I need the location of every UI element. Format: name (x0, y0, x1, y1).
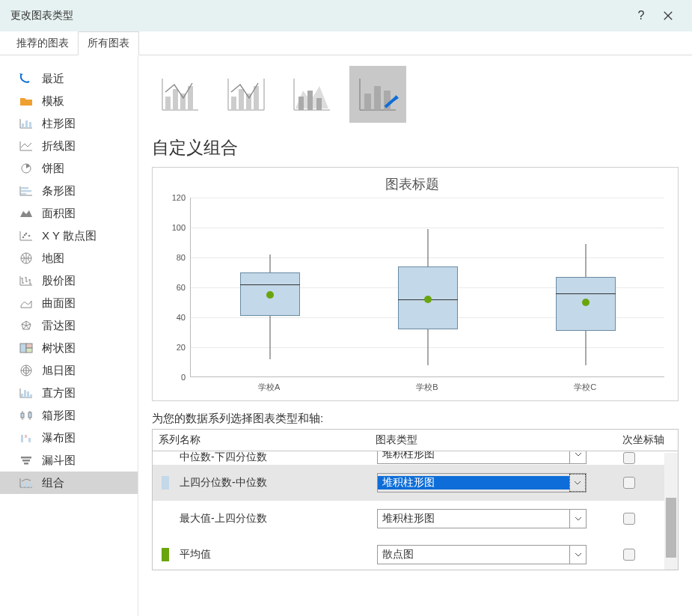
svg-rect-25 (28, 438, 31, 442)
chart-type-select[interactable]: 散点图 (377, 545, 587, 564)
combo-subtype-1[interactable] (152, 66, 209, 123)
box-whisker-item (240, 198, 300, 377)
combo-chart-icon (18, 475, 34, 490)
y-axis: 020406080100120 (160, 198, 190, 377)
svg-rect-24 (25, 435, 27, 438)
svg-rect-12 (20, 344, 26, 353)
sidebar-item-waterfall[interactable]: 瀑布图 (0, 427, 138, 449)
svg-rect-42 (316, 98, 322, 110)
table-row[interactable]: 最大值-上四分位数 堆积柱形图 (153, 501, 678, 537)
svg-rect-30 (25, 481, 28, 487)
svg-rect-19 (27, 391, 29, 397)
svg-rect-13 (26, 344, 32, 348)
svg-rect-31 (29, 484, 31, 487)
sidebar-item-scatter[interactable]: X Y 散点图 (0, 225, 138, 247)
sidebar-item-label: 最近 (42, 72, 64, 86)
chevron-down-icon (569, 451, 586, 463)
scrollbar-thumb[interactable] (666, 498, 676, 558)
combo-subtype-2[interactable] (218, 66, 275, 123)
secondary-axis-checkbox[interactable] (623, 452, 635, 464)
combo-thumb-icon (225, 76, 267, 113)
combo-subtype-3[interactable] (284, 66, 340, 123)
sidebar-item-pie[interactable]: 饼图 (0, 157, 138, 180)
series-name: 上四分位数-中位数 (180, 476, 377, 490)
svg-rect-33 (173, 89, 178, 110)
sidebar-item-label: 组合 (42, 476, 64, 490)
sidebar-item-label: X Y 散点图 (42, 229, 97, 243)
sidebar-item-boxwhisker[interactable]: 箱形图 (0, 404, 138, 427)
sidebar-item-sunburst[interactable]: 旭日图 (0, 359, 138, 382)
table-row[interactable]: 上四分位数-中位数 堆积柱形图 (153, 465, 678, 501)
sidebar-item-histogram[interactable]: 直方图 (0, 382, 138, 404)
boxwhisker-chart-icon (18, 408, 34, 423)
sidebar-item-templates[interactable]: 模板 (0, 90, 138, 112)
sidebar-item-line[interactable]: 折线图 (0, 135, 138, 157)
svg-rect-43 (364, 94, 371, 110)
col-header-name: 系列名称 (153, 430, 370, 451)
svg-rect-23 (21, 435, 23, 442)
chart-type-select[interactable]: 堆积柱形图 (377, 509, 587, 528)
y-tick-label: 40 (177, 313, 186, 322)
sidebar-item-label: 柱形图 (42, 117, 76, 131)
svg-rect-27 (22, 460, 30, 462)
secondary-axis-checkbox[interactable] (623, 549, 635, 561)
sidebar-item-area[interactable]: 面积图 (0, 202, 138, 225)
scrollbar[interactable] (664, 453, 678, 570)
chevron-down-icon (569, 546, 586, 564)
select-value: 堆积柱形图 (378, 476, 569, 490)
templates-icon (18, 94, 34, 109)
sidebar-item-label: 旭日图 (42, 364, 76, 378)
chart-type-select[interactable]: 堆积柱形图 (377, 451, 587, 464)
sidebar-item-combo[interactable]: 组合 (0, 472, 138, 494)
sidebar-item-label: 雷达图 (42, 319, 76, 333)
tab-all[interactable]: 所有图表 (78, 31, 139, 55)
sidebar-item-label: 地图 (42, 251, 64, 266)
sidebar-item-radar[interactable]: 雷达图 (0, 314, 138, 337)
svg-rect-32 (165, 97, 171, 110)
legend-swatch (162, 476, 169, 490)
chevron-down-icon (569, 510, 586, 528)
combo-subtype-custom[interactable] (349, 66, 406, 123)
sidebar-item-recent[interactable]: 最近 (0, 67, 138, 90)
sunburst-chart-icon (18, 363, 34, 378)
y-tick-label: 80 (177, 253, 186, 262)
sidebar-item-treemap[interactable]: 树状图 (0, 337, 138, 359)
sidebar-item-stock[interactable]: 股价图 (0, 269, 138, 292)
sidebar-item-label: 饼图 (42, 162, 64, 176)
radar-chart-icon (18, 318, 34, 333)
help-button[interactable]: ? (628, 2, 655, 29)
sidebar-item-column[interactable]: 柱形图 (0, 112, 138, 135)
box-whisker-item (398, 198, 458, 377)
combo-thumb-icon (291, 76, 333, 113)
recent-icon (18, 71, 34, 86)
secondary-axis-checkbox[interactable] (623, 513, 635, 525)
svg-rect-17 (21, 394, 23, 397)
waterfall-chart-icon (18, 430, 34, 445)
legend-swatch (162, 548, 169, 561)
svg-rect-22 (28, 412, 31, 418)
y-tick-label: 100 (172, 223, 186, 232)
sidebar-item-surface[interactable]: 曲面图 (0, 292, 138, 314)
funnel-chart-icon (18, 453, 34, 468)
sidebar-item-bar[interactable]: 条形图 (0, 180, 138, 202)
sidebar-item-map[interactable]: 地图 (0, 247, 138, 269)
sidebar-item-funnel[interactable]: 漏斗图 (0, 449, 138, 472)
secondary-axis-checkbox[interactable] (623, 477, 635, 489)
sidebar-item-label: 模板 (42, 94, 64, 109)
tab-recommended[interactable]: 推荐的图表 (7, 32, 78, 55)
svg-rect-5 (21, 190, 31, 192)
close-button[interactable] (655, 2, 682, 29)
table-row[interactable]: 平均值 散点图 (153, 537, 678, 570)
svg-rect-18 (24, 390, 26, 397)
legend-swatch (162, 512, 169, 525)
series-table: 系列名称 图表类型 次坐标轴 中位数-下四分位数 堆积柱形图 上四分位数-中位数 (152, 429, 679, 570)
chevron-down-icon (569, 474, 586, 492)
x-tick-label: 学校A (190, 377, 348, 393)
chart-preview[interactable]: 图表标题 020406080100120 学校A学校B学校C (152, 167, 679, 401)
legend-swatch (162, 451, 169, 464)
sidebar-item-label: 直方图 (42, 386, 76, 400)
chart-type-select[interactable]: 堆积柱形图 (377, 473, 587, 493)
sidebar-item-label: 瀑布图 (42, 431, 76, 445)
table-row[interactable]: 中位数-下四分位数 堆积柱形图 (153, 451, 678, 465)
scatter-chart-icon (18, 228, 34, 243)
